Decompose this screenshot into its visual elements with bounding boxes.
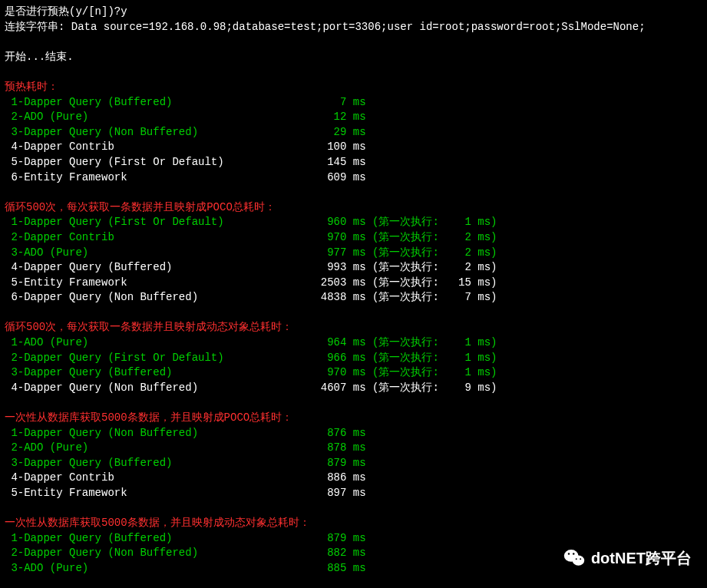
- benchmark-first-run: (第一次执行: 15 ms): [366, 276, 497, 291]
- benchmark-first-run: (第一次执行: 2 ms): [366, 260, 497, 276]
- benchmark-row: 4-Dapper Query (Buffered) 993 ms (第一次执行:…: [5, 260, 702, 276]
- benchmark-time: 970 ms: [308, 365, 366, 381]
- benchmark-time: 7 ms: [308, 95, 366, 111]
- benchmark-row: 3-Dapper Query (Buffered) 879 ms: [5, 456, 702, 471]
- benchmark-label: 3-ADO (Pure): [5, 246, 308, 261]
- benchmark-label: 2-ADO (Pure): [5, 441, 308, 456]
- benchmark-row: 4-Dapper Query (Non Buffered) 4607 ms (第…: [5, 381, 702, 396]
- benchmark-time: 12 ms: [308, 110, 366, 125]
- benchmark-first-run: (第一次执行: 1 ms): [366, 365, 497, 381]
- benchmark-label: 4-Dapper Query (Buffered): [5, 260, 308, 276]
- benchmark-time: 993 ms: [308, 260, 366, 276]
- benchmark-label: 1-ADO (Pure): [5, 335, 308, 351]
- benchmark-label: 2-Dapper Query (Non Buffered): [5, 546, 308, 561]
- benchmark-time: 977 ms: [308, 246, 366, 261]
- benchmark-time: 882 ms: [308, 546, 366, 561]
- benchmark-time: 879 ms: [308, 456, 366, 471]
- benchmark-label: 3-Dapper Query (Buffered): [5, 456, 308, 471]
- benchmark-row: 5-Dapper Query (First Or Default) 145 ms: [5, 155, 702, 170]
- benchmark-time: 970 ms: [308, 230, 366, 246]
- benchmark-first-run: (第一次执行: 1 ms): [366, 215, 497, 230]
- benchmark-time: 886 ms: [308, 471, 366, 486]
- benchmark-first-run: (第一次执行: 2 ms): [366, 230, 497, 246]
- watermark: dotNET跨平台: [563, 547, 692, 569]
- benchmark-time: 2503 ms: [308, 276, 366, 291]
- benchmark-time: 879 ms: [308, 531, 366, 547]
- benchmark-row: 5-Entity Framework 2503 ms (第一次执行: 15 ms…: [5, 276, 702, 291]
- benchmark-label: 3-Dapper Query (Non Buffered): [5, 125, 308, 140]
- benchmark-row: 6-Entity Framework 609 ms: [5, 170, 702, 186]
- watermark-text: dotNET跨平台: [591, 547, 692, 569]
- section-title: 一次性从数据库获取5000条数据，并且映射成POCO总耗时：: [5, 411, 702, 426]
- terminal-output: 是否进行预热(y/[n])?y 连接字符串: Data source=192.1…: [5, 5, 702, 576]
- svg-point-1: [573, 556, 585, 566]
- svg-point-5: [580, 558, 581, 560]
- benchmark-label: 4-Dapper Contrib: [5, 140, 308, 155]
- benchmark-label: 2-Dapper Contrib: [5, 230, 308, 246]
- blank-line: [5, 64, 702, 80]
- benchmark-label: 6-Dapper Query (Non Buffered): [5, 290, 308, 306]
- section-title: 循环500次，每次获取一条数据并且映射成动态对象总耗时：: [5, 320, 702, 335]
- benchmark-row: 1-Dapper Query (Buffered) 7 ms: [5, 95, 702, 111]
- benchmark-row: 1-Dapper Query (Non Buffered) 876 ms: [5, 426, 702, 441]
- benchmark-first-run: (第一次执行: 2 ms): [366, 246, 497, 261]
- benchmark-row: 1-Dapper Query (First Or Default) 960 ms…: [5, 215, 702, 230]
- svg-point-3: [573, 553, 574, 554]
- benchmark-label: 1-Dapper Query (Buffered): [5, 531, 308, 547]
- benchmark-time: 4607 ms: [308, 381, 366, 396]
- svg-point-2: [568, 553, 570, 554]
- benchmark-sections: 预热耗时： 1-Dapper Query (Buffered) 7 ms 2-A…: [5, 80, 702, 576]
- svg-point-4: [576, 558, 577, 560]
- benchmark-time: 897 ms: [308, 486, 366, 501]
- benchmark-row: 2-Dapper Contrib 970 ms (第一次执行: 2 ms): [5, 230, 702, 246]
- benchmark-first-run: (第一次执行: 1 ms): [366, 351, 497, 366]
- benchmark-time: 960 ms: [308, 215, 366, 230]
- benchmark-first-run: (第一次执行: 1 ms): [366, 335, 497, 351]
- benchmark-time: 100 ms: [308, 140, 366, 155]
- benchmark-time: 964 ms: [308, 335, 366, 351]
- start-end-line: 开始...结束.: [5, 50, 702, 65]
- section-title: 预热耗时：: [5, 80, 702, 95]
- benchmark-time: 876 ms: [308, 426, 366, 441]
- benchmark-row: 1-ADO (Pure) 964 ms (第一次执行: 1 ms): [5, 335, 702, 351]
- benchmark-row: 3-Dapper Query (Buffered) 970 ms (第一次执行:…: [5, 365, 702, 381]
- benchmark-row: 6-Dapper Query (Non Buffered) 4838 ms (第…: [5, 290, 702, 306]
- benchmark-first-run: (第一次执行: 7 ms): [366, 290, 497, 306]
- benchmark-row: 3-Dapper Query (Non Buffered) 29 ms: [5, 125, 702, 140]
- benchmark-label: 2-Dapper Query (First Or Default): [5, 351, 308, 366]
- blank-line: [5, 306, 702, 321]
- wechat-icon: [563, 547, 585, 569]
- benchmark-label: 1-Dapper Query (Buffered): [5, 95, 308, 111]
- benchmark-label: 5-Entity Framework: [5, 276, 308, 291]
- blank-line: [5, 35, 702, 50]
- benchmark-label: 4-Dapper Query (Non Buffered): [5, 381, 308, 396]
- benchmark-label: 1-Dapper Query (Non Buffered): [5, 426, 308, 441]
- benchmark-label: 6-Entity Framework: [5, 170, 308, 186]
- section-title: 一次性从数据库获取5000条数据，并且映射成动态对象总耗时：: [5, 516, 702, 531]
- benchmark-time: 609 ms: [308, 170, 366, 186]
- benchmark-time: 885 ms: [308, 561, 366, 576]
- benchmark-row: 4-Dapper Contrib 100 ms: [5, 140, 702, 155]
- benchmark-row: 2-ADO (Pure) 12 ms: [5, 110, 702, 125]
- warmup-prompt: 是否进行预热(y/[n])?y: [5, 5, 702, 20]
- benchmark-row: 1-Dapper Query (Buffered) 879 ms: [5, 531, 702, 547]
- benchmark-label: 2-ADO (Pure): [5, 110, 308, 125]
- benchmark-label: 3-Dapper Query (Buffered): [5, 365, 308, 381]
- connection-line: 连接字符串: Data source=192.168.0.98;database…: [5, 20, 702, 35]
- benchmark-label: 3-ADO (Pure): [5, 561, 308, 576]
- blank-line: [5, 395, 702, 411]
- benchmark-label: 4-Dapper Contrib: [5, 471, 308, 486]
- benchmark-time: 29 ms: [308, 125, 366, 140]
- benchmark-first-run: (第一次执行: 9 ms): [366, 381, 497, 396]
- blank-line: [5, 185, 702, 200]
- benchmark-time: 145 ms: [308, 155, 366, 170]
- benchmark-row: 2-Dapper Query (First Or Default) 966 ms…: [5, 351, 702, 366]
- benchmark-row: 5-Entity Framework 897 ms: [5, 486, 702, 501]
- benchmark-time: 878 ms: [308, 441, 366, 456]
- benchmark-row: 3-ADO (Pure) 977 ms (第一次执行: 2 ms): [5, 246, 702, 261]
- benchmark-label: 1-Dapper Query (First Or Default): [5, 215, 308, 230]
- blank-line: [5, 501, 702, 517]
- benchmark-time: 4838 ms: [308, 290, 366, 306]
- section-title: 循环500次，每次获取一条数据并且映射成POCO总耗时：: [5, 200, 702, 216]
- benchmark-time: 966 ms: [308, 351, 366, 366]
